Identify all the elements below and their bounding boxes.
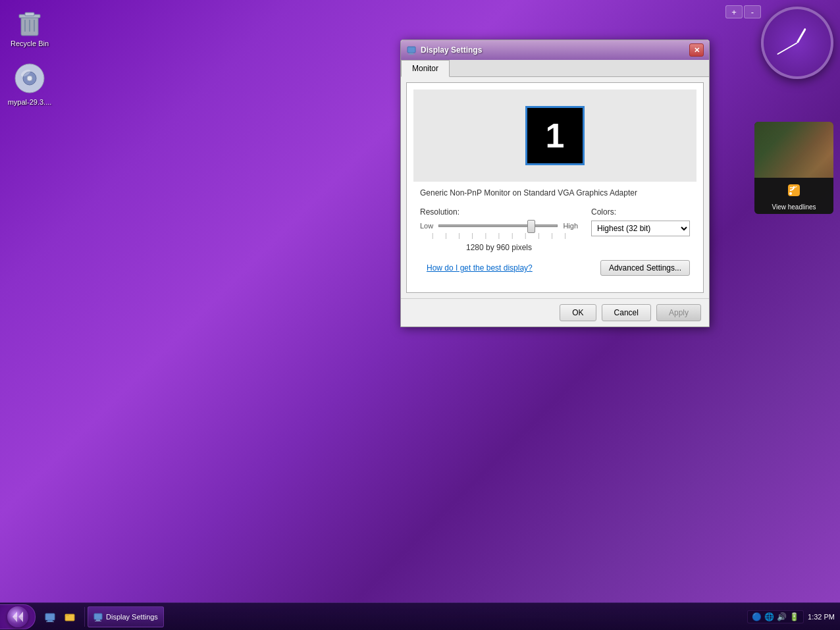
windows-logo-icon: [11, 610, 24, 623]
dialog-close-button[interactable]: ✕: [689, 43, 704, 57]
clock-minute-hand: [777, 42, 797, 55]
start-orb: [7, 606, 28, 627]
colors-section: Colors: Highest (32 bit) True Color (32 …: [591, 207, 690, 236]
resolution-section: Resolution: Low High | | | | | |: [420, 207, 578, 252]
start-button[interactable]: [0, 604, 36, 629]
bluetooth-tray-icon: 🔵: [752, 612, 762, 621]
clock-hour-hand: [797, 28, 806, 43]
show-desktop-button[interactable]: [41, 608, 59, 626]
colors-dropdown[interactable]: Highest (32 bit) True Color (32 bit) Hig…: [591, 221, 690, 236]
taskbar-divider: [84, 607, 85, 627]
svg-point-8: [27, 76, 32, 81]
file-manager-button[interactable]: [61, 608, 79, 626]
recycle-bin-label: Recycle Bin: [11, 39, 49, 47]
colors-dropdown-wrapper: Highest (32 bit) True Color (32 bit) Hig…: [591, 221, 690, 236]
monitor-box: 1: [525, 106, 585, 165]
headlines-label: View headlines: [772, 203, 816, 211]
resolution-label: Resolution:: [420, 207, 578, 217]
clock-widget[interactable]: [761, 7, 833, 79]
cancel-button[interactable]: Cancel: [602, 304, 651, 321]
monitor-number: 1: [546, 118, 565, 153]
dialog-footer: OK Cancel Apply: [401, 298, 709, 327]
dialog-titlebar: Display Settings ✕: [401, 40, 709, 60]
headlines-rss-section: View headlines: [754, 178, 833, 214]
bottom-row: How do I get the best display? Advanced …: [413, 260, 696, 276]
tab-monitor[interactable]: Monitor: [401, 60, 450, 77]
svg-rect-15: [45, 614, 55, 620]
monitor-description: Generic Non-PnP Monitor on Standard VGA …: [420, 188, 690, 197]
dialog-title: Display Settings: [421, 45, 689, 55]
slider-ticks: | | | | | | | | | | |: [420, 232, 578, 239]
battery-tray-icon: 🔋: [789, 612, 799, 621]
recycle-bin-icon[interactable]: Recycle Bin: [7, 7, 53, 47]
headlines-thumbnail: [754, 122, 833, 178]
ok-button[interactable]: OK: [560, 304, 596, 321]
svg-rect-21: [96, 619, 100, 621]
resolution-low-label: Low: [420, 222, 433, 230]
slider-row: Low High: [420, 221, 578, 231]
headlines-widget[interactable]: View headlines: [754, 122, 833, 214]
svg-rect-22: [95, 621, 101, 621]
taskbar-app-display-settings[interactable]: Display Settings: [88, 606, 164, 627]
svg-rect-19: [65, 614, 69, 616]
remove-widget-button[interactable]: -: [744, 5, 761, 18]
add-widget-button[interactable]: +: [725, 5, 743, 18]
taskbar-quick-launch: [41, 608, 79, 626]
svg-rect-12: [407, 47, 415, 53]
dialog-overlay: Display Settings ✕ Monitor 1: [0, 0, 840, 630]
taskbar-clock: 1:32 PM: [808, 613, 835, 621]
display-settings-dialog[interactable]: Display Settings ✕ Monitor 1: [400, 39, 710, 327]
resolution-value: 1280 by 960 pixels: [420, 243, 578, 252]
help-link[interactable]: How do I get the best display?: [420, 263, 539, 273]
monitor-preview: 1: [413, 90, 696, 182]
cd-label: mypal-29.3....: [8, 98, 52, 106]
volume-tray-icon: 🔊: [777, 612, 787, 621]
tab-strip: Monitor: [401, 60, 709, 77]
clock-face: [768, 13, 827, 72]
taskbar-app-label: Display Settings: [106, 613, 158, 621]
svg-rect-16: [47, 620, 53, 621]
svg-rect-17: [46, 621, 54, 622]
dialog-app-icon: [406, 45, 417, 55]
dialog-controls: ✕: [689, 43, 704, 57]
cd-drive-icon[interactable]: mypal-29.3....: [7, 63, 53, 106]
dialog-panel: 1 Generic Non-PnP Monitor on Standard VG…: [406, 82, 704, 293]
svg-rect-2: [25, 13, 34, 16]
svg-rect-14: [408, 54, 415, 55]
svg-rect-20: [94, 614, 102, 619]
svg-point-11: [789, 192, 792, 195]
colors-label: Colors:: [591, 207, 690, 217]
recycle-bin-graphic: [14, 7, 45, 38]
resolution-slider[interactable]: [438, 221, 558, 231]
network-tray-icon: 🌐: [764, 612, 774, 621]
system-tray: 🔵 🌐 🔊 🔋: [747, 610, 804, 623]
taskbar-right: 🔵 🌐 🔊 🔋 1:32 PM: [747, 610, 840, 623]
rss-icon: [787, 183, 801, 201]
settings-row: Resolution: Low High | | | | | |: [413, 207, 696, 252]
cd-graphic: [14, 63, 45, 97]
resolution-high-label: High: [563, 222, 578, 230]
top-controls: + -: [725, 5, 761, 18]
desktop: Recycle Bin mypal-29.3.... + -: [0, 0, 840, 630]
taskbar: Display Settings 🔵 🌐 🔊 🔋 1:32 PM: [0, 602, 840, 630]
apply-button[interactable]: Apply: [656, 304, 701, 321]
advanced-settings-button[interactable]: Advanced Settings...: [600, 260, 690, 276]
